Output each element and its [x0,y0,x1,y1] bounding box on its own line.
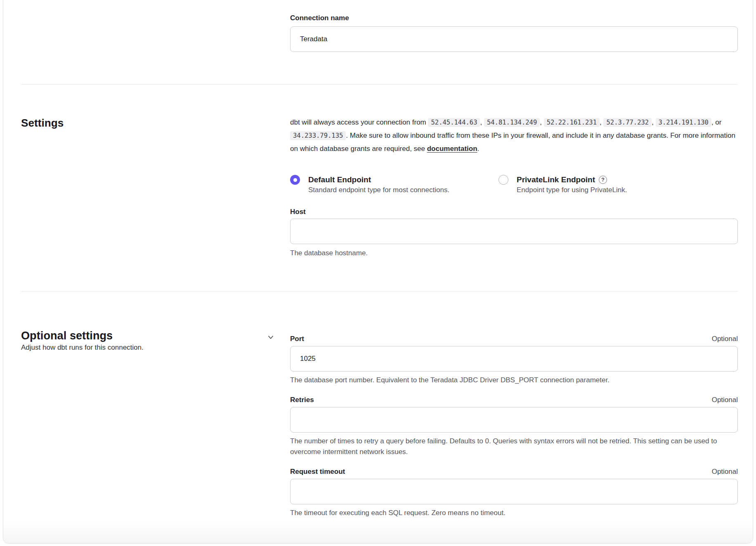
port-hint: The database port number. Equivalent to … [290,375,738,386]
optional-badge: Optional [712,335,738,343]
port-field-block: Port Optional The database port number. … [290,334,738,386]
optional-badge: Optional [712,396,738,404]
ip-address-chip: 52.3.77.232 [603,118,652,127]
note-text: , [652,118,655,126]
privatelink-endpoint-option[interactable]: PrivateLink Endpoint ? Endpoint type for… [498,174,627,195]
optional-settings-subheading: Adjust how dbt runs for this connection. [21,343,290,353]
note-text: , [540,118,543,126]
request-timeout-hint: The timeout for executing each SQL reque… [290,508,738,518]
port-input[interactable] [290,346,738,372]
note-text: . Make sure to allow inbound traffic fro… [290,132,735,153]
ip-address-chip: 34.233.79.135 [290,131,346,140]
default-endpoint-option[interactable]: Default Endpoint Standard endpoint type … [290,174,498,195]
host-input[interactable] [290,219,738,244]
request-timeout-input[interactable] [290,479,738,504]
host-label: Host [290,207,738,217]
connection-name-input[interactable] [290,26,738,52]
help-icon[interactable]: ? [599,176,607,184]
collapse-section-button[interactable] [265,332,276,343]
ip-address-chip: 3.214.191.130 [656,118,711,127]
note-text: , [480,118,484,126]
radio-unselected-icon[interactable] [498,175,508,185]
settings-heading: Settings [21,116,290,130]
note-text: . [477,145,480,153]
connection-name-label: Connection name [290,14,738,23]
documentation-link[interactable]: documentation [427,145,477,153]
chevron-down-icon [267,334,274,341]
optional-settings-heading: Optional settings [21,329,290,343]
default-endpoint-label: Default Endpoint [308,174,371,185]
port-label: Port [290,334,304,344]
ip-allowlist-note: dbt will always access your connection f… [290,116,738,155]
privatelink-endpoint-description: Endpoint type for using PrivateLink. [517,186,627,194]
ip-address-chip: 52.22.161.231 [544,118,600,127]
host-field-block: Host The database hostname. [290,207,738,259]
connection-settings-card: Connection name Settings dbt will always… [3,0,753,544]
ip-address-chip: 54.81.134.249 [484,118,540,127]
endpoint-type-radio-group: Default Endpoint Standard endpoint type … [290,174,738,195]
retries-label: Retries [290,395,314,405]
retries-input[interactable] [290,407,738,433]
default-endpoint-description: Standard endpoint type for most connecti… [308,186,449,194]
request-timeout-label: Request timeout [290,467,345,476]
note-text: , or [711,118,722,126]
privatelink-endpoint-label: PrivateLink Endpoint [517,174,595,185]
ip-address-chip: 52.45.144.63 [428,118,480,127]
radio-selected-icon[interactable] [290,175,300,185]
retries-hint: The number of times to retry a query bef… [290,436,738,457]
host-hint: The database hostname. [290,248,738,259]
note-text: dbt will always access your connection f… [290,118,428,126]
retries-field-block: Retries Optional The number of times to … [290,395,738,457]
request-timeout-field-block: Request timeout Optional The timeout for… [290,467,738,518]
optional-badge: Optional [712,468,738,476]
